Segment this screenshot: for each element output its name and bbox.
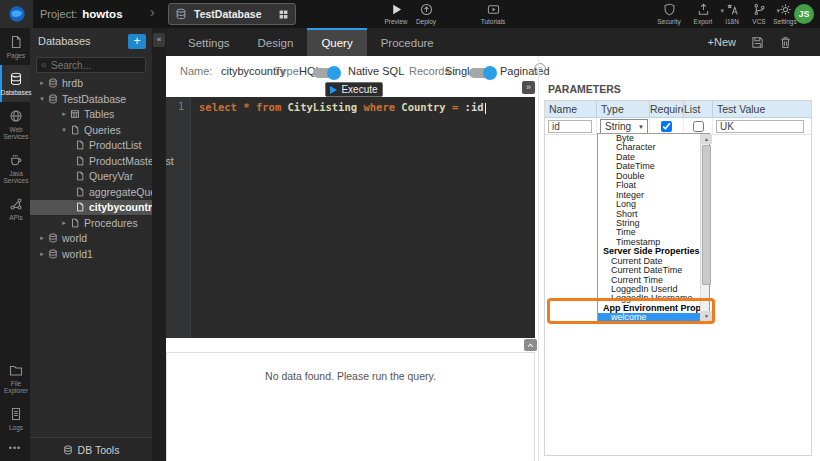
parameters-title: PARAMETERS — [548, 83, 621, 95]
tree-item-world[interactable]: ▸world — [30, 231, 152, 247]
type-toggle[interactable] — [313, 68, 339, 78]
dropdown-option[interactable]: Float — [598, 181, 700, 190]
sidebar-item-file-explorer[interactable]: File Explorer — [0, 356, 30, 400]
dropdown-option[interactable]: Short — [598, 210, 700, 219]
sidebar-item-apis[interactable]: APIs — [0, 190, 30, 227]
collapse-results-button[interactable] — [524, 339, 537, 351]
tab-query[interactable]: Query — [307, 28, 366, 56]
chevron-right-icon[interactable]: ▸ — [60, 219, 68, 227]
tree-item-queryvar[interactable]: QueryVar — [30, 169, 152, 185]
tree-item-label: Tables — [84, 108, 114, 120]
scroll-down-button[interactable]: ▼ — [701, 311, 712, 321]
page-icon — [9, 35, 23, 49]
tree-item-world1[interactable]: ▸world1 — [30, 247, 152, 263]
chevron-right-icon[interactable]: ▸ — [38, 250, 46, 258]
dropdown-option-selected[interactable]: welcome — [598, 313, 700, 322]
scroll-up-button[interactable]: ▲ — [701, 134, 712, 144]
grid-icon[interactable] — [278, 9, 289, 20]
rail-label: File Explorer — [2, 380, 30, 394]
avatar[interactable]: JS — [794, 4, 814, 24]
chevron-right-icon[interactable]: ▸ — [38, 234, 46, 242]
tree-item-aggregatequery[interactable]: aggregateQuery — [30, 185, 152, 201]
dropdown-scrollbar[interactable]: ▲ ▼ — [700, 134, 709, 321]
sidebar-item-logs[interactable]: Logs — [0, 400, 30, 437]
tree-item-label: hrdb — [62, 77, 83, 89]
database-selector[interactable]: TestDatabase — [168, 3, 296, 25]
deploy-label: Deploy — [416, 18, 436, 25]
scrollbar-thumb[interactable] — [702, 145, 711, 285]
dropdown-option[interactable]: DateTime — [598, 162, 700, 171]
file-icon — [70, 125, 80, 135]
dropdown-option[interactable]: Byte — [598, 134, 700, 143]
records-toggle[interactable] — [469, 68, 495, 78]
database-icon — [9, 72, 23, 86]
param-test-value-input[interactable] — [716, 120, 804, 133]
deploy-button[interactable]: Deploy — [407, 3, 445, 25]
tree-item-productlist[interactable]: ProductList — [30, 138, 152, 154]
tree-item-testdatabase[interactable]: ▾TestDatabase — [30, 92, 152, 108]
collapse-panel-button[interactable]: « — [153, 33, 165, 47]
tree-item-queries[interactable]: ▾Queries — [30, 123, 152, 139]
param-list-checkbox[interactable] — [693, 121, 704, 132]
dropdown-option[interactable]: Double — [598, 172, 700, 181]
sidebar-item-java-services[interactable]: Java Services — [0, 146, 30, 190]
tree-item-tables[interactable]: ▸Tables — [30, 107, 152, 123]
param-required-checkbox[interactable] — [661, 121, 672, 132]
tree-item-citybycountry[interactable]: citybycountry — [30, 200, 152, 216]
tree-item-procedures[interactable]: ▸Procedures — [30, 216, 152, 232]
chevron-down-icon[interactable]: ▾ — [60, 126, 68, 134]
delete-button[interactable] — [779, 36, 792, 49]
security-button[interactable]: Security — [650, 3, 688, 25]
column-header: Type — [597, 101, 650, 117]
tab-settings[interactable]: Settings — [174, 28, 244, 56]
sql-keyword: where — [363, 101, 395, 113]
tree-item-hrdb[interactable]: ▸hrdb — [30, 76, 152, 92]
panel-title: Databases — [38, 35, 128, 47]
dropdown-option[interactable]: Character — [598, 143, 700, 152]
sql-parameter: :id — [465, 101, 484, 113]
dropdown-option[interactable]: Current Time — [598, 276, 700, 285]
save-button[interactable] — [751, 36, 764, 49]
tutorials-button[interactable]: Tutorials — [474, 3, 512, 25]
search-box[interactable] — [36, 57, 146, 73]
param-name-input[interactable] — [548, 120, 592, 133]
parameters-header-row: Name Type Required List Test Value — [545, 101, 811, 118]
tree-item-label: Queries — [84, 124, 121, 136]
search-input[interactable] — [51, 60, 141, 71]
column-header: Name — [545, 101, 597, 117]
chevron-right-icon[interactable]: ▸ — [38, 79, 46, 87]
dropdown-option[interactable]: LoggedIn UserId — [598, 285, 700, 294]
dropdown-option[interactable]: Date — [598, 153, 700, 162]
wavemaker-logo[interactable] — [0, 0, 33, 28]
dropdown-option[interactable]: Integer — [598, 191, 700, 200]
dropdown-option[interactable]: LoggedIn Username — [598, 294, 700, 303]
dropdown-option[interactable]: Long — [598, 200, 700, 209]
dropdown-option[interactable]: Current Date — [598, 257, 700, 266]
dropdown-option[interactable]: Time — [598, 228, 700, 237]
dropdown-option[interactable]: Current DateTime — [598, 266, 700, 275]
sql-identifier: CityListing — [288, 101, 358, 113]
chevron-right-icon[interactable]: ▸ — [60, 110, 68, 118]
collapse-parameters-button[interactable]: » — [522, 81, 535, 94]
type-option-native-sql[interactable]: Native SQL — [348, 65, 404, 77]
add-database-button[interactable]: + — [128, 34, 146, 49]
new-button[interactable]: +New — [708, 36, 736, 48]
chevron-down-icon[interactable]: ▾ — [38, 95, 46, 103]
param-type-select[interactable]: String ▼ — [600, 119, 648, 134]
dropdown-option[interactable]: Timestamp — [598, 238, 700, 247]
export-icon — [697, 3, 710, 16]
sql-editor[interactable]: 1 select * from CityListing where Countr… — [166, 97, 535, 338]
more-options-button[interactable]: ••• — [0, 437, 30, 461]
tab-procedure[interactable]: Procedure — [367, 28, 448, 56]
tab-design[interactable]: Design — [244, 28, 308, 56]
execute-button[interactable]: Execute — [325, 82, 383, 97]
tree-item-productmasterlist[interactable]: ProductMasterList — [30, 154, 152, 170]
video-icon — [487, 3, 500, 16]
sidebar-item-pages[interactable]: Pages — [0, 28, 30, 65]
sidebar-item-web-services[interactable]: Web Services — [0, 102, 30, 146]
db-tools-button[interactable]: DB Tools — [30, 437, 152, 461]
help-icon[interactable]: ? — [534, 63, 546, 75]
sidebar-item-databases[interactable]: Databases — [0, 65, 30, 102]
dropdown-option[interactable]: String — [598, 219, 700, 228]
database-icon — [48, 94, 58, 104]
